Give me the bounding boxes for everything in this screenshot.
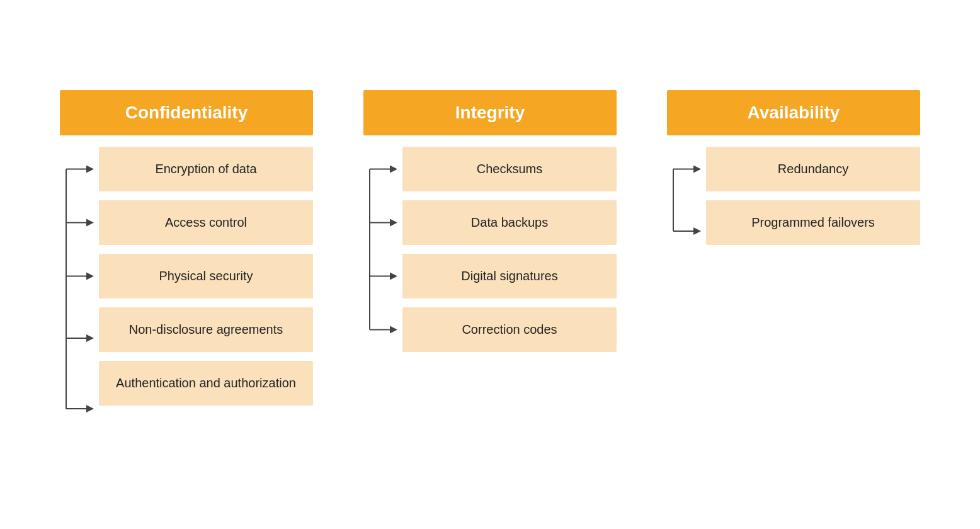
svg-marker-13 bbox=[390, 165, 397, 173]
confidentiality-item-0: Encryption of data bbox=[99, 147, 313, 191]
confidentiality-item-3: Non-disclosure agreements bbox=[99, 307, 313, 352]
integrity-item-2: Digital signatures bbox=[402, 254, 617, 299]
svg-marker-4 bbox=[86, 219, 94, 226]
column-integrity: IntegrityChecksumsData backupsDigital si… bbox=[363, 90, 617, 352]
integrity-item-0: Checksums bbox=[402, 147, 617, 191]
svg-marker-19 bbox=[390, 326, 397, 333]
availability-items-list: RedundancyProgrammed failovers bbox=[706, 147, 920, 245]
integrity-items-area: ChecksumsData backupsDigital signaturesC… bbox=[363, 147, 617, 352]
svg-marker-8 bbox=[86, 334, 94, 342]
confidentiality-items-list: Encryption of dataAccess controlPhysical… bbox=[99, 147, 313, 406]
svg-marker-17 bbox=[390, 272, 397, 280]
availability-item-1: Programmed failovers bbox=[706, 200, 920, 245]
confidentiality-header: Confidentiality bbox=[60, 90, 313, 135]
availability-connector-svg bbox=[667, 147, 698, 262]
column-availability: AvailabilityRedundancyProgrammed failove… bbox=[667, 90, 920, 262]
svg-marker-10 bbox=[86, 405, 94, 412]
integrity-connector-svg bbox=[363, 147, 395, 352]
svg-marker-22 bbox=[693, 165, 701, 173]
column-confidentiality: ConfidentialityEncryption of dataAccess … bbox=[60, 90, 313, 440]
svg-marker-15 bbox=[390, 219, 397, 226]
confidentiality-connector-svg bbox=[60, 147, 91, 440]
confidentiality-item-2: Physical security bbox=[99, 254, 313, 299]
svg-marker-2 bbox=[86, 165, 94, 173]
integrity-item-1: Data backups bbox=[402, 200, 617, 245]
confidentiality-bracket bbox=[60, 147, 91, 440]
confidentiality-item-4: Authentication and authorization bbox=[99, 361, 313, 406]
availability-item-0: Redundancy bbox=[706, 147, 920, 191]
diagram: ConfidentialityEncryption of dataAccess … bbox=[9, 52, 971, 477]
availability-items-area: RedundancyProgrammed failovers bbox=[667, 147, 920, 262]
integrity-item-3: Correction codes bbox=[402, 307, 617, 352]
availability-bracket bbox=[667, 147, 698, 262]
svg-marker-6 bbox=[86, 272, 94, 280]
confidentiality-items-area: Encryption of dataAccess controlPhysical… bbox=[60, 147, 313, 440]
integrity-bracket bbox=[363, 147, 395, 352]
confidentiality-item-1: Access control bbox=[99, 200, 313, 245]
availability-header: Availability bbox=[667, 90, 920, 135]
integrity-header: Integrity bbox=[363, 90, 617, 135]
svg-marker-24 bbox=[693, 227, 701, 235]
integrity-items-list: ChecksumsData backupsDigital signaturesC… bbox=[402, 147, 617, 352]
